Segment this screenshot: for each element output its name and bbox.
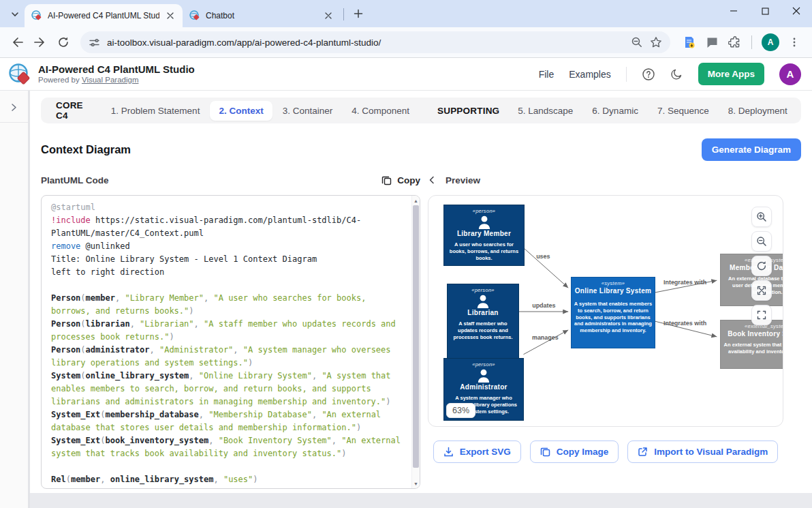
code-line: Rel(member, online_library_system, "uses…: [51, 473, 407, 486]
bookmark-star-icon[interactable]: [650, 36, 662, 48]
code-line: System_Ext(membership_database, "Members…: [51, 408, 407, 434]
window-minimize-button[interactable]: [718, 0, 749, 22]
code-line: Person(librarian, "Librarian", "A staff …: [51, 318, 407, 344]
tab-8-deployment[interactable]: 8. Deployment: [719, 101, 796, 121]
tab-6-dynamic[interactable]: 6. Dynamic: [583, 101, 647, 121]
code-line: remove @unlinked: [51, 240, 407, 253]
more-apps-button[interactable]: More Apps: [698, 63, 764, 85]
dark-mode-icon[interactable]: [670, 68, 683, 80]
window-close-button[interactable]: [781, 0, 812, 22]
diagram-node-book-inventory-system: «external_system»Book Inventory SystemAn…: [720, 320, 783, 369]
tab-close-icon[interactable]: [323, 10, 334, 21]
vp-favicon: [31, 10, 42, 21]
import-to-visual-paradigm-button[interactable]: Import to Visual Paradigm: [627, 440, 778, 463]
reset-zoom-button[interactable]: [751, 256, 772, 276]
zoom-out-button[interactable]: [751, 231, 772, 252]
chevron-down-icon: [10, 10, 20, 19]
tab-5-landscape[interactable]: 5. Landscape: [509, 101, 582, 121]
fit-screen-button[interactable]: [751, 305, 772, 325]
powered-by: Powered by Visual Paradigm: [38, 76, 195, 85]
visual-paradigm-link[interactable]: Visual Paradigm: [82, 76, 139, 84]
scroll-up-arrow[interactable]: ▲: [412, 196, 420, 205]
code-line: left to right direction: [51, 266, 407, 279]
reading-list-icon[interactable]: [683, 35, 696, 49]
visual-paradigm-logo: [8, 63, 31, 86]
copy-image-button[interactable]: Copy Image: [530, 440, 619, 463]
extensions-icon[interactable]: [728, 35, 742, 49]
copy-code-button[interactable]: Copy: [381, 175, 420, 185]
url-text[interactable]: ai-toolbox.visual-paradigm.com/app/ai-po…: [107, 38, 624, 48]
tabbar-group-core-c4: CORE C4: [48, 100, 91, 121]
browser-menu-icon[interactable]: [789, 37, 800, 48]
site-settings-icon[interactable]: [89, 37, 100, 48]
sidebar-expand-button[interactable]: [5, 98, 24, 117]
scroll-down-arrow[interactable]: ▼: [412, 479, 420, 488]
node-name: Online Library System: [574, 287, 653, 295]
browser-tab-plantuml-studio[interactable]: AI-Powered C4 PlantUML Studio: [25, 4, 183, 27]
comment-icon[interactable]: [706, 36, 719, 49]
tab-title: Chatbot: [206, 11, 317, 20]
zoom-level-badge: 63%: [446, 403, 475, 418]
diagram-node-online-library-system: «system»Online Library SystemA system th…: [571, 277, 655, 348]
zoom-in-button[interactable]: [751, 207, 772, 227]
preview-controls: [751, 207, 772, 325]
new-tab-button[interactable]: [349, 5, 367, 23]
tab-search-button[interactable]: [5, 5, 25, 24]
node-name: Library Member: [446, 230, 522, 238]
generate-diagram-button[interactable]: Generate Diagram: [702, 138, 801, 161]
code-line: Rel(librarian, online_library_system, "u…: [51, 486, 407, 489]
preview-title: Preview: [446, 175, 480, 185]
scrollbar-thumb[interactable]: [413, 205, 419, 468]
url-bar[interactable]: ai-toolbox.visual-paradigm.com/app/ai-po…: [80, 31, 670, 53]
copy-icon: [381, 175, 392, 185]
plus-icon: [354, 9, 363, 18]
app-header: AI-Powered C4 PlantUML Studio Powered by…: [0, 58, 812, 91]
code-scrollbar[interactable]: ▲ ▼: [411, 196, 420, 488]
reload-button[interactable]: [53, 32, 74, 53]
plantuml-code-panel: PlantUML Code Copy @startuml!include htt…: [41, 170, 420, 489]
code-editor[interactable]: @startuml!include https://static.visual-…: [41, 195, 420, 489]
zoom-out-icon: [756, 236, 767, 247]
toolbar-divider: [751, 35, 752, 49]
code-line: [51, 279, 407, 292]
plantuml-code[interactable]: @startuml!include https://static.visual-…: [42, 196, 420, 489]
code-line: Title: Online Library System - Level 1 C…: [51, 253, 407, 266]
browser-profile-avatar[interactable]: A: [762, 33, 779, 51]
back-button[interactable]: [7, 32, 27, 53]
window-maximize-button[interactable]: [749, 0, 781, 22]
tab-title: AI-Powered C4 PlantUML Studio: [48, 11, 159, 20]
help-icon[interactable]: [642, 68, 655, 81]
tabbar-group-supporting: SUPPORTING: [429, 106, 507, 116]
node-description: A system that enables members to search,…: [574, 301, 653, 334]
tab-7-sequence[interactable]: 7. Sequence: [649, 101, 718, 121]
tab-2-context[interactable]: 2. Context: [210, 101, 272, 121]
export-svg-button[interactable]: Export SVG: [433, 440, 521, 463]
browser-tab-chatbot[interactable]: Chatbot: [183, 4, 341, 27]
diagram-canvas[interactable]: usesupdatesmanagesIntegrates withIntegra…: [428, 196, 783, 426]
tab-close-icon[interactable]: [165, 10, 176, 21]
menu-file[interactable]: File: [539, 69, 555, 80]
window-controls: [718, 0, 812, 22]
collapse-preview-button[interactable]: [428, 176, 436, 184]
code-line: System_Ext(book_inventory_system, "Book …: [51, 434, 407, 460]
node-description: A user who searches for books, borrows, …: [446, 241, 522, 261]
diagram-preview[interactable]: usesupdatesmanagesIntegrates withIntegra…: [428, 195, 783, 427]
browser-tab-strip: AI-Powered C4 PlantUML Studio Chatbot: [0, 0, 812, 27]
tab-4-component[interactable]: 4. Component: [343, 101, 418, 121]
menu-examples[interactable]: Examples: [569, 69, 610, 80]
node-name: Book Inventory System: [723, 330, 783, 338]
user-avatar[interactable]: A: [779, 63, 801, 85]
node-stereotype: «person»: [446, 208, 522, 214]
tab-3-container[interactable]: 3. Container: [274, 101, 342, 121]
fit-screen-icon: [756, 310, 767, 320]
tab-separator: [343, 8, 344, 20]
zoom-indicator-icon[interactable]: [631, 36, 643, 48]
pan-button[interactable]: [751, 280, 772, 301]
preview-panel-section: Preview usesupdatesmanagesIntegrates wit…: [428, 170, 783, 489]
code-line: System(online_library_system, "Online Li…: [51, 370, 407, 408]
tab-1-problem-statement[interactable]: 1. Problem Statement: [102, 101, 209, 121]
download-icon: [443, 447, 454, 457]
main-content: CORE C41. Problem Statement2. Context3. …: [30, 91, 812, 493]
forward-button[interactable]: [30, 32, 50, 53]
node-stereotype: «person»: [450, 287, 516, 293]
